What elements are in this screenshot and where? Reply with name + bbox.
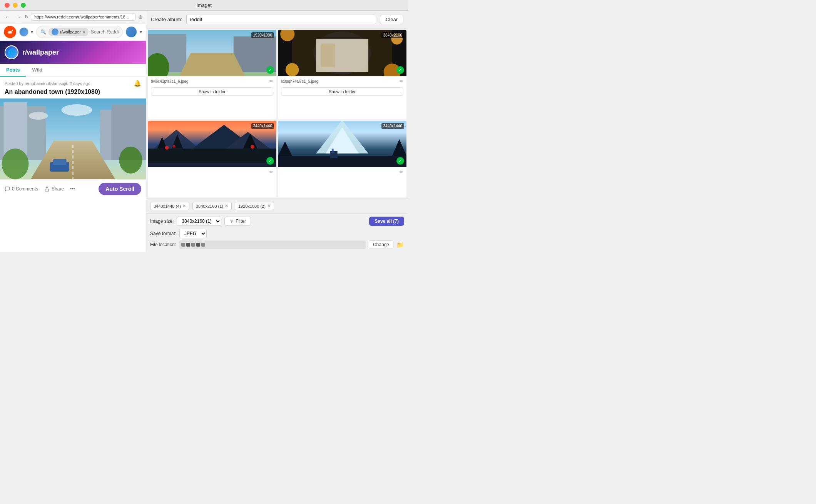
img-resolution-4: 3440x1440 [381,123,405,129]
post-title: An abandoned town (1920x1080) [0,88,146,98]
subreddit-icon: 🌐 [5,45,18,59]
user-chevron[interactable]: ▾ [140,29,142,35]
loc-dot-2 [186,243,190,247]
refresh-button[interactable]: ↻ [25,14,28,20]
image-info-4: ✏ [278,167,406,177]
save-format-select[interactable]: JPEG PNG WebP [179,229,207,238]
image-card-4: 3440x1440 ✓ ✏ [278,121,406,197]
post-area: Posted by u/muhaiminulislamsajib 2 days … [0,77,146,252]
window-controls [5,3,26,8]
svg-point-40 [165,146,169,150]
subreddit-title: r/wallpaper [22,48,59,57]
subreddit-banner: 🌐 r/wallpaper [0,41,146,64]
svg-point-12 [2,149,29,179]
album-bar: Create album: Clear [146,11,408,28]
img-check-2: ✓ [396,66,404,74]
share-label: Share [52,186,64,192]
close-button[interactable] [5,3,10,8]
filter-tag-3-remove[interactable]: ✕ [267,204,271,209]
svg-rect-50 [332,149,334,152]
user-avatar [126,27,137,37]
filter-tag-2[interactable]: 3840x2160 (1) ✕ [192,202,232,210]
folder-icon-button[interactable]: 📁 [396,241,404,249]
show-folder-button-1[interactable]: Show in folder [151,87,273,96]
loc-dot-3 [191,243,195,247]
image-thumb-2: 3840x2160 ✓ [278,30,406,76]
search-input[interactable] [91,29,119,35]
search-icon: 🔍 [40,29,46,35]
filter-tags: 3440x1440 (4) ✕ 3840x2160 (1) ✕ 1920x108… [146,199,408,213]
filter-tag-1-label: 3440x1440 (4) [154,204,181,209]
filter-tag-3-label: 1920x1080 (2) [238,204,266,209]
image-size-select[interactable]: 3840x2160 (1) [177,217,221,226]
svg-point-13 [119,147,142,174]
reddit-header: ▾ 🔍 r/wallpaper ✕ ▾ [0,23,146,41]
image-filename-2: lx0pqh74al7c1_5.jpeg [281,79,318,83]
subreddit-remove[interactable]: ✕ [82,30,85,34]
share-button[interactable]: Share [44,186,64,192]
img-check-3: ✓ [266,157,274,165]
reddit-logo [4,26,16,38]
minimize-button[interactable] [13,3,18,8]
image-info-3: ✏ [148,167,276,177]
forward-button[interactable]: → [14,13,22,21]
image-card-3: 3440x1440 ✓ ✏ [148,121,276,197]
save-all-button[interactable]: Save all (7) [369,217,404,226]
comments-button[interactable]: 0 Comments [5,186,38,192]
edit-icon-2[interactable]: ✏ [400,78,403,84]
show-folder-button-2[interactable]: Show in folder [281,87,403,96]
file-location-label: File location: [150,242,176,247]
bookmark-button[interactable]: ⊕ [138,14,143,20]
svg-rect-46 [278,156,406,167]
subreddit-chevron[interactable]: ▾ [31,29,33,35]
filter-tag-3[interactable]: 1920x1080 (2) ✕ [235,202,274,210]
loc-dot-4 [196,243,200,247]
svg-point-41 [172,145,175,147]
img-resolution-1: 1920x1080 [251,32,274,38]
tab-wiki[interactable]: Wiki [26,64,48,77]
img-resolution-2: 3840x2160 [381,32,405,38]
img-check-1: ✓ [266,66,274,74]
svg-rect-17 [53,159,67,165]
auto-scroll-button[interactable]: Auto Scroll [99,183,141,195]
image-card-1: 1920x1080 ✓ 8vi6c43pfa7c1_6.jpeg ✏ Show … [148,30,276,119]
svg-point-4 [12,30,13,31]
filter-tag-1-remove[interactable]: ✕ [182,204,186,209]
nav-tabs: Posts Wiki [0,64,146,77]
post-author-time: Posted by u/muhaiminulislamsajib 2 days … [5,81,90,86]
filter-tag-2-remove[interactable]: ✕ [225,204,228,209]
maximize-button[interactable] [21,3,26,8]
comments-label: 0 Comments [12,186,38,192]
image-info-2: lx0pqh74al7c1_5.jpeg ✏ [278,76,406,86]
post-actions: 0 Comments Share ••• Auto Scroll [0,179,146,198]
url-field[interactable]: https://www.reddit.com/r/wallpaper/comme… [31,13,136,21]
edit-icon-3[interactable]: ✏ [269,169,273,175]
back-button[interactable]: ← [3,13,12,21]
edit-icon-1[interactable]: ✏ [269,78,273,84]
svg-point-3 [11,32,12,32]
tab-posts[interactable]: Posts [0,64,26,77]
album-input[interactable] [186,15,376,24]
more-button[interactable]: ••• [70,186,75,192]
app-title: Imaget [196,2,212,8]
filter-button[interactable]: Filter [224,217,251,226]
image-thumb-1: 1920x1080 ✓ [148,30,276,76]
image-filename-1: 8vi6c43pfa7c1_6.jpeg [151,79,188,83]
images-grid: 1920x1080 ✓ 8vi6c43pfa7c1_6.jpeg ✏ Show … [146,28,408,199]
change-button[interactable]: Change [369,240,393,249]
filter-tag-2-label: 3840x2160 (1) [196,204,223,209]
svg-point-14 [62,104,92,116]
edit-icon-4[interactable]: ✏ [400,169,403,175]
svg-rect-36 [148,149,276,163]
notification-bell[interactable]: 🔔 [134,80,141,87]
svg-point-29 [286,63,299,76]
post-meta: Posted by u/muhaiminulislamsajib 2 days … [0,77,146,88]
location-bar [179,240,366,249]
filter-tag-1[interactable]: 3440x1440 (4) ✕ [150,202,189,210]
url-bar: ← → ↻ https://www.reddit.com/r/wallpaper… [0,11,146,23]
img-check-4: ✓ [396,157,404,165]
save-format-label: Save format: [150,231,176,236]
search-box[interactable]: 🔍 r/wallpaper ✕ [36,26,123,38]
clear-button[interactable]: Clear [380,15,403,24]
main-layout: ← → ↻ https://www.reddit.com/r/wallpaper… [0,11,408,252]
